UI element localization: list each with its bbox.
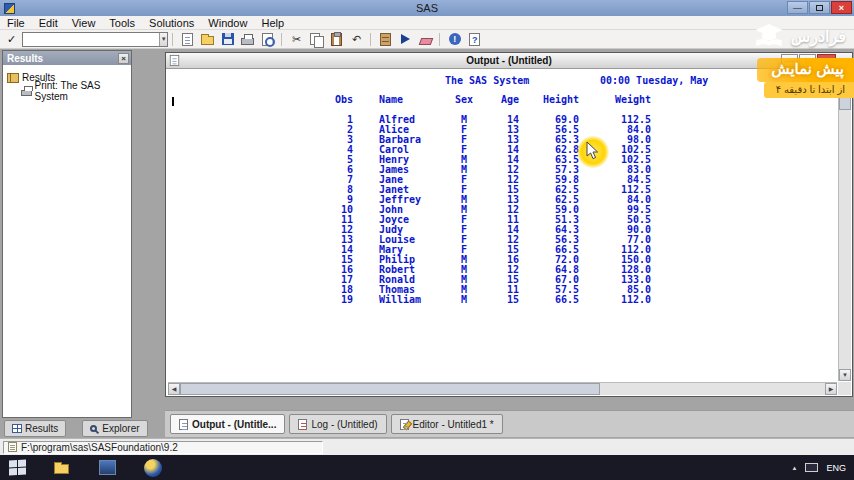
app-icon [99, 460, 116, 475]
menu-view[interactable]: View [65, 16, 103, 30]
tray-chevron-icon[interactable]: ▲ [792, 465, 798, 471]
col-age: Age [489, 95, 519, 105]
clear-all-icon [418, 38, 433, 45]
language-indicator[interactable]: ENG [826, 463, 846, 473]
listing-row: 15PhilipM1672.0150.0 [168, 255, 837, 265]
scroll-right-icon[interactable]: ▶ [825, 383, 837, 395]
listing-cell: 15 [489, 295, 519, 305]
listing-row: 6JamesM1257.383.0 [168, 165, 837, 175]
print-preview-button[interactable] [258, 31, 277, 48]
directory-icon [8, 442, 17, 452]
output-window-titlebar[interactable]: Output - (Untitled) — × [166, 53, 852, 69]
menu-solutions[interactable]: Solutions [142, 16, 201, 30]
app-title: SAS [0, 2, 854, 14]
tab-log[interactable]: Log - (Untitled) [289, 414, 386, 434]
sas-taskbar-icon [144, 459, 162, 477]
listing-row: 3BarbaraF1365.398.0 [168, 135, 837, 145]
listing-row: 13LouiseF1256.377.0 [168, 235, 837, 245]
menu-window[interactable]: Window [201, 16, 254, 30]
listing-row: 7JaneF1259.884.5 [168, 175, 837, 185]
panel-tabbar: Results Explorer [4, 420, 148, 437]
open-button[interactable] [198, 31, 217, 48]
log-tab-icon [298, 419, 307, 430]
listing-row: 8JanetF1562.5112.5 [168, 185, 837, 195]
output-rows: 1AlfredM1469.0112.52AliceF1356.584.03Bar… [168, 115, 837, 305]
help-icon: ? [469, 33, 480, 46]
panel-tab-explorer[interactable]: Explorer [82, 420, 147, 437]
explorer-tab-icon [90, 425, 97, 432]
new-library-button[interactable] [376, 31, 395, 48]
listing-cell: M [455, 295, 473, 305]
results-close-button[interactable]: × [118, 53, 129, 64]
col-weight: Weight [595, 95, 651, 105]
panel-tab-results[interactable]: Results [4, 420, 66, 437]
cut-icon: ✂ [292, 33, 301, 46]
sas-taskbar-button[interactable] [142, 458, 164, 478]
check-icon[interactable]: ✓ [7, 33, 16, 46]
new-library-icon [380, 33, 391, 46]
output-window-title: Output - (Untitled) [166, 55, 852, 66]
cut-button[interactable]: ✂ [287, 31, 306, 48]
panel-tab-label: Explorer [102, 423, 139, 434]
listing-row: 12JudyF1464.390.0 [168, 225, 837, 235]
results-window-titlebar[interactable]: Results × [3, 51, 131, 65]
copy-button[interactable] [307, 31, 326, 48]
app-close-button[interactable]: × [831, 1, 852, 14]
listing-page-date: 00:00 Tuesday, May [600, 75, 708, 86]
col-obs: Obs [323, 95, 353, 105]
toolbar: ✓ ▼ ✂ ↶ ! ? [0, 30, 854, 49]
horizontal-scroll-thumb[interactable] [180, 383, 600, 395]
open-folder-icon [201, 36, 214, 45]
col-sex: Sex [455, 95, 473, 105]
help-button[interactable]: ? [465, 31, 484, 48]
print-result-icon [21, 90, 32, 96]
listing-row: 19WilliamM1566.5112.0 [168, 295, 837, 305]
app-minimize-button[interactable]: — [787, 1, 808, 14]
app-titlebar: SAS — × [0, 0, 854, 16]
system-tray: ▲ ENG [792, 463, 846, 473]
chevron-down-icon[interactable]: ▼ [159, 33, 167, 46]
menu-tools[interactable]: Tools [102, 16, 142, 30]
command-combobox[interactable]: ▼ [22, 32, 168, 47]
undo-button[interactable]: ↶ [347, 31, 366, 48]
tree-item-label: Print: The SAS System [35, 80, 132, 102]
toolbar-separator [439, 33, 440, 46]
new-document-icon [182, 33, 193, 46]
submit-icon [401, 34, 410, 44]
listing-row: 2AliceF1356.584.0 [168, 125, 837, 135]
paste-button[interactable] [327, 31, 346, 48]
copy-icon [310, 33, 323, 46]
submit-button[interactable] [396, 31, 415, 48]
toolbar-separator [370, 33, 371, 46]
touch-keyboard-icon[interactable] [805, 463, 818, 472]
vertical-scrollbar[interactable]: ▲ ▼ [838, 70, 851, 381]
tab-editor[interactable]: Editor - Untitled1 * [391, 414, 503, 434]
scroll-left-icon[interactable]: ◀ [168, 383, 180, 395]
menu-file[interactable]: File [0, 16, 32, 30]
break-button[interactable]: ! [445, 31, 464, 48]
command-input[interactable] [23, 33, 159, 46]
menu-help[interactable]: Help [254, 16, 291, 30]
results-folder-icon [7, 73, 19, 83]
tab-label: Log - (Untitled) [311, 419, 377, 430]
horizontal-scrollbar[interactable]: ◀ ▶ [168, 382, 837, 395]
tab-output[interactable]: Output - (Untitle... [170, 414, 285, 434]
tree-item-print-output[interactable]: Print: The SAS System [7, 84, 131, 97]
save-button[interactable] [218, 31, 237, 48]
file-explorer-taskbar-button[interactable] [50, 458, 72, 478]
status-directory-field[interactable]: F:\program\sas\SASFoundation\9.2 [3, 441, 323, 454]
listing-row: 17RonaldM1567.0133.0 [168, 275, 837, 285]
app-taskbar-button[interactable] [96, 458, 118, 478]
faradars-logo: فرادرس [752, 22, 846, 50]
scroll-down-icon[interactable]: ▼ [839, 369, 851, 381]
listing-cell: 19 [323, 295, 353, 305]
menu-edit[interactable]: Edit [32, 16, 65, 30]
paste-icon [331, 33, 342, 46]
app-restore-button[interactable] [809, 1, 830, 14]
clear-all-button[interactable] [416, 31, 435, 48]
output-content[interactable]: The SAS System 00:00 Tuesday, May Obs Na… [168, 70, 837, 381]
new-document-button[interactable] [178, 31, 197, 48]
start-button[interactable] [9, 459, 26, 475]
print-button[interactable] [238, 31, 257, 48]
statusbar: F:\program\sas\SASFoundation\9.2 [0, 438, 854, 455]
